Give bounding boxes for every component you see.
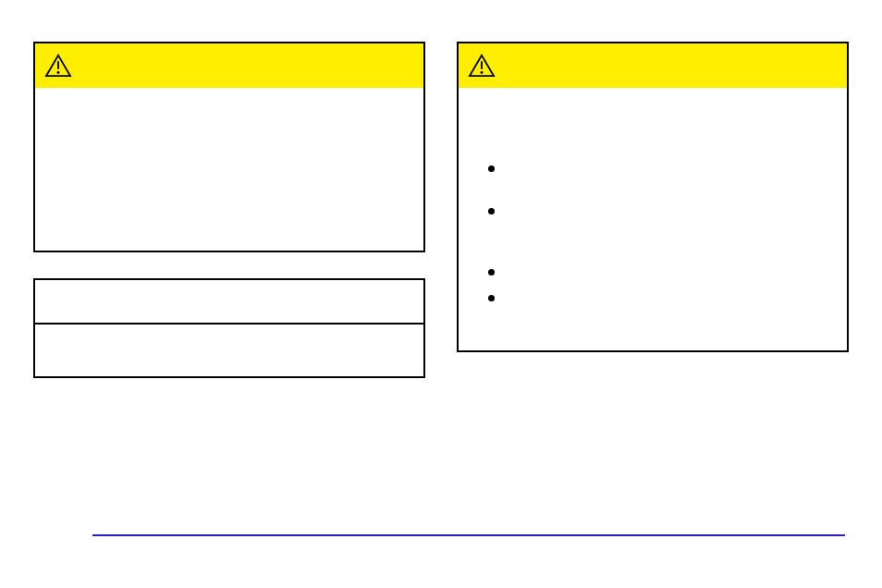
caution-body-left <box>35 88 423 251</box>
caution-header-left <box>35 43 423 88</box>
two-column-layout <box>0 0 882 378</box>
list-item <box>488 202 828 221</box>
table-row <box>35 325 423 376</box>
list-item <box>488 289 828 308</box>
table-row <box>35 280 423 325</box>
warning-icon <box>468 54 496 78</box>
spec-table <box>33 278 425 378</box>
caution-box-right <box>457 42 849 352</box>
caution-bullet-list <box>488 160 828 308</box>
caution-header-right <box>459 43 847 88</box>
caution-body-right <box>459 88 847 350</box>
svg-point-3 <box>481 71 484 74</box>
right-column <box>457 42 849 378</box>
list-item <box>488 263 828 282</box>
svg-point-1 <box>57 71 60 74</box>
list-item <box>488 160 828 178</box>
left-column <box>33 42 425 378</box>
caution-box-left <box>33 42 425 252</box>
footer-divider <box>92 534 845 536</box>
warning-icon <box>44 54 72 78</box>
